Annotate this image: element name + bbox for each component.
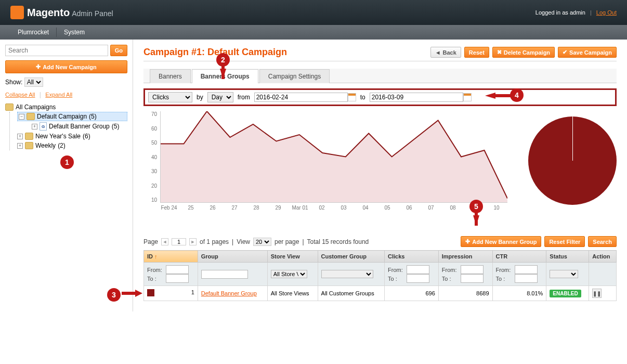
folder-icon	[25, 133, 33, 140]
table-row[interactable]: 1 Default Banner Group All Store Views A…	[144, 286, 617, 301]
folder-icon	[27, 113, 35, 120]
nav-system[interactable]: System	[57, 25, 92, 40]
by-select[interactable]: Day	[207, 92, 233, 102]
filter-store-view[interactable]: All Store Views	[271, 270, 307, 278]
tree-default-campaign[interactable]: − Default Campaign (5)	[17, 112, 127, 121]
to-date-input[interactable]	[370, 93, 463, 102]
color-swatch-icon	[147, 289, 154, 296]
group-link[interactable]: Default Banner Group	[201, 290, 257, 296]
filter-id-to[interactable]	[166, 274, 189, 283]
tab-banners[interactable]: Banners	[150, 69, 191, 83]
per-page-select[interactable]: 20	[253, 238, 271, 246]
back-button[interactable]: ◄ Back	[430, 47, 461, 58]
logged-in-label: Logged in as admin	[535, 9, 585, 16]
metric-select[interactable]: Clicks	[148, 92, 192, 102]
col-impression[interactable]: Impression	[438, 251, 492, 263]
line-chart: 70605040302010 Feb 242526272829Mar 01020…	[143, 111, 507, 215]
by-label: by	[197, 94, 203, 101]
of-pages: of 1 pages	[200, 238, 229, 245]
tree-root[interactable]: All Campaigns	[5, 102, 127, 112]
col-id[interactable]: ID ↑	[144, 251, 198, 263]
annotation-5: 5	[469, 200, 483, 213]
expand-icon[interactable]: +	[32, 124, 37, 129]
from-label: from	[238, 94, 250, 101]
folder-icon	[25, 142, 33, 149]
logout-link[interactable]: Log Out	[596, 9, 617, 16]
group-icon: G	[40, 122, 47, 131]
expand-all-link[interactable]: Expand All	[45, 92, 72, 98]
page-title: Campaign #1: Default Campaign	[143, 47, 287, 58]
per-page-suffix: per page	[275, 238, 299, 245]
go-button[interactable]: Go	[110, 45, 127, 56]
page-label: Page	[143, 238, 158, 245]
col-group[interactable]: Group	[198, 251, 267, 263]
col-clicks[interactable]: Clicks	[385, 251, 439, 263]
add-banner-group-button[interactable]: ✚ Add New Banner Group	[461, 236, 541, 247]
page-prev-button[interactable]: ◄	[161, 238, 168, 245]
collapse-icon[interactable]: −	[19, 114, 24, 120]
calendar-icon[interactable]	[463, 93, 472, 101]
filter-ctr-to[interactable]	[515, 274, 538, 283]
filter-group[interactable]	[201, 270, 248, 279]
filter-status[interactable]	[550, 270, 578, 278]
filter-ctr-from[interactable]	[515, 265, 538, 274]
save-campaign-button[interactable]: ✔ Save Campaign	[558, 47, 617, 58]
col-store-view[interactable]: Store View	[267, 251, 318, 263]
calendar-icon[interactable]	[348, 93, 356, 101]
delete-campaign-button[interactable]: ✖ Delete Campaign	[492, 47, 555, 58]
tree-new-years-sale[interactable]: + New Year's Sale (6)	[17, 132, 127, 141]
nav-plumrocket[interactable]: Plumrocket	[10, 25, 56, 40]
col-status[interactable]: Status	[546, 251, 589, 263]
pie-chart	[528, 116, 617, 205]
page-input[interactable]	[172, 238, 186, 245]
filter-impression-to[interactable]	[461, 274, 484, 283]
tab-campaign-settings[interactable]: Campaign Settings	[259, 69, 330, 83]
filter-customer-group[interactable]	[321, 270, 373, 278]
tree-default-banner-group[interactable]: + G Default Banner Group (5)	[32, 121, 127, 132]
col-customer-group[interactable]: Customer Group	[318, 251, 384, 263]
total-records: Total 15 records found	[307, 238, 369, 245]
annotation-1: 1	[60, 155, 74, 169]
from-date-input[interactable]	[254, 93, 348, 102]
page-next-button[interactable]: ►	[189, 238, 197, 245]
filter-clicks-to[interactable]	[407, 274, 429, 283]
status-badge: ENABLED	[550, 290, 581, 297]
show-label: Show:	[5, 79, 22, 86]
folder-icon	[5, 103, 14, 111]
tree-weekly[interactable]: + Weekly (2)	[17, 141, 127, 150]
filter-id-from[interactable]	[166, 265, 189, 274]
view-label: View	[237, 238, 250, 245]
logo-mark-icon	[10, 6, 24, 19]
filter-clicks-from[interactable]	[407, 265, 429, 274]
pause-icon[interactable]: ❚❚	[592, 289, 602, 298]
annotation-4: 4	[510, 88, 524, 102]
col-action[interactable]: Action	[589, 251, 617, 263]
filter-impression-from[interactable]	[461, 265, 484, 274]
search-button[interactable]: Search	[588, 236, 617, 247]
top-right: Logged in as admin | Log Out	[535, 9, 617, 16]
logo-text: MagentoAdmin Panel	[27, 7, 113, 19]
show-select[interactable]: All	[24, 77, 43, 87]
expand-icon[interactable]: +	[17, 143, 23, 149]
reset-button[interactable]: Reset	[464, 47, 489, 58]
annotation-2: 2	[216, 53, 230, 67]
annotation-3: 3	[107, 288, 121, 302]
logo: MagentoAdmin Panel	[10, 6, 113, 19]
to-label: to	[360, 94, 365, 101]
col-ctr[interactable]: CTR	[492, 251, 546, 263]
reset-filter-button[interactable]: Reset Filter	[544, 236, 585, 247]
expand-icon[interactable]: +	[17, 134, 23, 139]
add-campaign-button[interactable]: ✚ Add New Campaign	[5, 60, 127, 73]
search-input[interactable]	[5, 45, 108, 56]
collapse-all-link[interactable]: Collapse All	[5, 92, 35, 98]
